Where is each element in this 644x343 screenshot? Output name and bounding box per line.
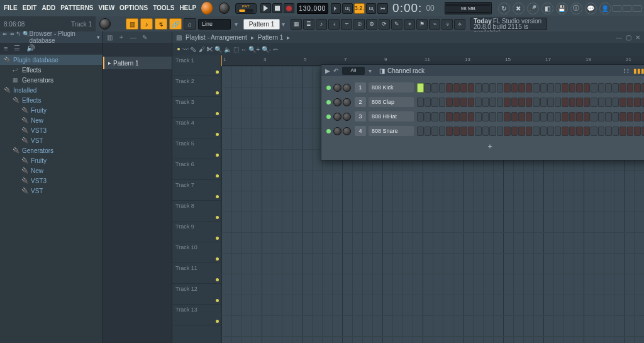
track-header[interactable]: Track 11 xyxy=(172,263,221,284)
info-icon[interactable]: ⓘ xyxy=(570,3,582,14)
shortcut-3[interactable]: ⫞ xyxy=(328,19,340,30)
rack-graph-icon[interactable]: ⫶⫶ xyxy=(623,67,630,74)
step-cell[interactable] xyxy=(598,112,605,121)
pianoroll-btn[interactable]: ♪ xyxy=(140,18,153,30)
channel-led[interactable] xyxy=(326,115,331,119)
menu-file[interactable]: FILE xyxy=(1,0,20,16)
step-cell[interactable] xyxy=(555,112,562,121)
channel-led[interactable] xyxy=(326,129,331,133)
tree-item[interactable]: 🔌VST3 xyxy=(0,176,103,186)
step-cell[interactable] xyxy=(489,127,496,136)
tree-item[interactable]: 🔌VST xyxy=(0,135,103,145)
mixer-btn[interactable]: 🔗 xyxy=(169,18,182,30)
step-cell[interactable] xyxy=(504,98,511,107)
step-cell[interactable] xyxy=(460,83,467,93)
channel-name[interactable]: 808 Snare xyxy=(369,126,414,136)
step-cell[interactable] xyxy=(511,112,518,121)
step-cell[interactable] xyxy=(605,83,612,93)
step-cell[interactable] xyxy=(431,83,438,93)
step-cell[interactable] xyxy=(439,127,446,136)
rack-swing-knob[interactable] xyxy=(612,67,619,74)
tree-item[interactable]: 🔌Fruity xyxy=(0,105,103,115)
step-cell[interactable] xyxy=(425,83,431,93)
shortcut-12[interactable]: ⟐ xyxy=(441,19,453,30)
step-cell[interactable] xyxy=(425,112,431,121)
step-cell[interactable] xyxy=(431,98,438,107)
close-button[interactable] xyxy=(633,5,641,12)
pl-max[interactable]: ▢ xyxy=(626,34,631,41)
step-cell[interactable] xyxy=(475,98,482,107)
shortcut-11[interactable]: ⌁ xyxy=(429,19,440,30)
step-cell[interactable] xyxy=(526,98,533,107)
step-cell[interactable] xyxy=(569,83,576,93)
step-cell[interactable] xyxy=(460,112,467,121)
menu-patterns[interactable]: PATTERNS xyxy=(58,0,96,16)
step-cell[interactable] xyxy=(446,83,453,93)
step-cell[interactable] xyxy=(598,127,605,136)
step-cell[interactable] xyxy=(540,112,547,121)
countdown[interactable]: щ xyxy=(342,3,353,14)
step-cell[interactable] xyxy=(613,83,619,93)
track-header[interactable]: Track 3 xyxy=(172,97,221,118)
step-cell[interactable] xyxy=(489,112,496,121)
record-button[interactable] xyxy=(284,3,294,13)
step-cell[interactable] xyxy=(475,83,482,93)
browser-tabs[interactable]: ≡☰🔊 xyxy=(0,43,103,53)
step-cell[interactable] xyxy=(468,83,475,93)
step-cell[interactable] xyxy=(634,83,641,93)
step-cell[interactable] xyxy=(547,98,554,107)
menu-edit[interactable]: EDIT xyxy=(20,0,40,16)
step-cell[interactable] xyxy=(446,112,453,121)
step-cell[interactable] xyxy=(518,83,525,93)
step-cell[interactable] xyxy=(504,127,511,136)
mic-icon[interactable]: 🎤 xyxy=(527,3,539,14)
step-cell[interactable] xyxy=(417,83,424,93)
step-cell[interactable] xyxy=(431,112,438,121)
undo-icon[interactable]: ↻ xyxy=(498,3,510,14)
track-header[interactable]: Track 5 xyxy=(172,138,221,159)
step-cell[interactable] xyxy=(439,83,446,93)
step-cell[interactable] xyxy=(526,112,533,121)
step-cell[interactable] xyxy=(489,98,496,107)
track-header[interactable]: Track 12 xyxy=(172,284,221,305)
step-cell[interactable] xyxy=(497,112,504,121)
shortcut-10[interactable]: ⚑ xyxy=(416,19,428,30)
pl-close[interactable]: ✕ xyxy=(635,34,640,41)
playlist-tools[interactable]: 〰 ✎ 🖌 ✂ 🔍 🔈 ⬚ ↔ 🔍+ 🔍- ⤺ xyxy=(172,43,644,55)
step-cell[interactable] xyxy=(576,83,583,93)
step-cell[interactable] xyxy=(482,83,489,93)
step-cell[interactable] xyxy=(482,127,489,136)
step-cell[interactable] xyxy=(641,112,645,121)
step-cell[interactable] xyxy=(439,112,446,121)
tree-item[interactable]: ▦Generators xyxy=(0,75,103,85)
step-cell[interactable] xyxy=(562,83,569,93)
step-edit[interactable]: ↦ xyxy=(377,3,388,14)
step-cell[interactable] xyxy=(431,127,438,136)
menu-icon[interactable]: ▤ xyxy=(176,34,182,41)
step-cell[interactable] xyxy=(634,112,641,121)
rack-group-select[interactable]: All xyxy=(342,67,365,75)
step-cell[interactable] xyxy=(584,83,591,93)
metronome-1[interactable]: ⏵ xyxy=(331,3,341,14)
channel-pan-knob[interactable] xyxy=(333,98,341,106)
step-cell[interactable] xyxy=(453,112,460,121)
step-cell[interactable] xyxy=(613,112,619,121)
step-cell[interactable] xyxy=(598,98,605,107)
shortcut-5[interactable]: ⎚ xyxy=(353,19,365,30)
chat-icon[interactable]: 💬 xyxy=(585,3,597,14)
loop-rec[interactable]: щ xyxy=(366,3,377,14)
tree-item[interactable]: 🔌Plugin database xyxy=(0,55,103,65)
step-cell[interactable] xyxy=(576,98,583,107)
step-cell[interactable] xyxy=(576,127,583,136)
step-cell[interactable] xyxy=(562,98,569,107)
master-volume-knob[interactable] xyxy=(219,3,230,14)
channel-number[interactable]: 3 xyxy=(355,111,366,121)
playlist-btn[interactable]: ▥ xyxy=(126,18,138,30)
step-cell[interactable] xyxy=(613,127,619,136)
shortcut-2[interactable]: ♪ xyxy=(316,19,327,30)
step-cell[interactable] xyxy=(613,98,619,107)
stop-button[interactable] xyxy=(272,3,283,13)
step-cell[interactable] xyxy=(453,98,460,107)
menu-tools[interactable]: TOOLS xyxy=(150,0,177,16)
pl-min[interactable]: — xyxy=(616,34,622,41)
